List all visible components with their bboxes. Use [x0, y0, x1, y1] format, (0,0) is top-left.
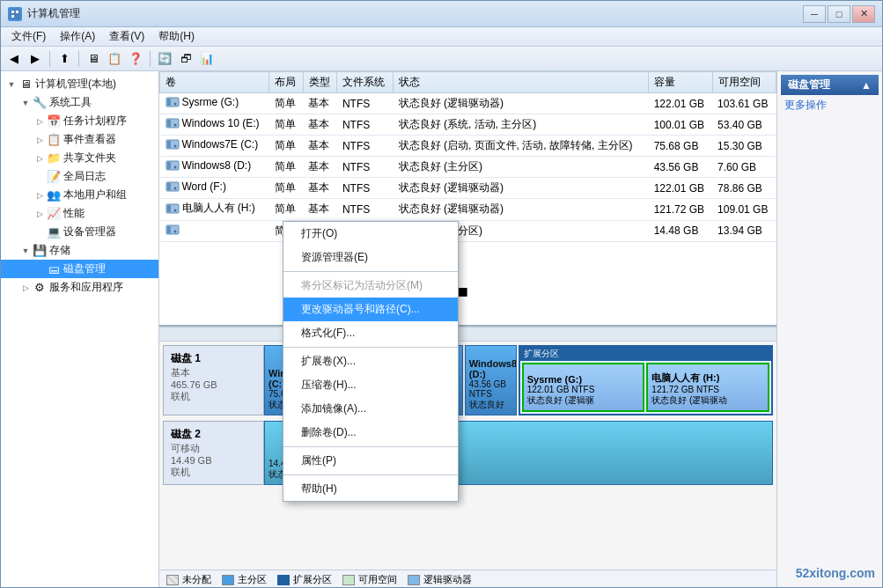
- sidebar-shared-folders[interactable]: ▷ 📁 共享文件夹: [1, 149, 158, 167]
- back-button[interactable]: ◀: [4, 49, 24, 69]
- legend-logical-label: 逻辑驱动器: [423, 573, 472, 586]
- root-toggle[interactable]: ▼: [4, 77, 18, 92]
- ctx-mark-active[interactable]: 将分区标记为活动分区(M): [283, 274, 458, 298]
- col-volume[interactable]: 卷: [160, 72, 269, 93]
- sidebar-services[interactable]: ▷ ⚙ 服务和应用程序: [1, 278, 158, 297]
- system-tools-toggle[interactable]: ▼: [18, 96, 33, 110]
- ctx-help[interactable]: 帮助(H): [283, 477, 458, 501]
- ctx-extend[interactable]: 扩展卷(X)...: [283, 349, 458, 373]
- table-row[interactable]: Windows7E (C:) 简单 基本 NTFS 状态良好 (启动, 页面文件…: [160, 136, 776, 157]
- more-actions-link[interactable]: 更多操作: [781, 95, 879, 115]
- partition-g-name: Sysrme (G:): [527, 374, 640, 385]
- col-capacity[interactable]: 容量: [649, 72, 712, 93]
- sidebar-event-viewer[interactable]: ▷ 📋 事件查看器: [1, 130, 158, 149]
- refresh-button[interactable]: 🔄: [155, 49, 174, 69]
- table-row[interactable]: Windows8 (D:) 简单 基本 NTFS 状态良好 (主分区) 43.5…: [160, 157, 776, 178]
- col-layout[interactable]: 布局: [269, 72, 304, 93]
- partition-h[interactable]: 电脑人人有 (H:) 121.72 GB NTFS 状态良好 (逻辑驱动: [646, 363, 769, 412]
- sidebar-disk-management[interactable]: 🖴 磁盘管理: [1, 260, 158, 278]
- actions-collapse-icon[interactable]: ▲: [861, 79, 872, 92]
- table-row[interactable]: Word (F:) 简单 基本 NTFS 状态良好 (逻辑驱动器) 122.01…: [160, 178, 776, 199]
- svg-point-6: [173, 103, 176, 106]
- col-fs[interactable]: 文件系统: [337, 72, 394, 93]
- minimize-button[interactable]: ─: [803, 5, 826, 23]
- menu-file[interactable]: 文件(F): [4, 27, 53, 46]
- sidebar-local-users[interactable]: ▷ 👥 本地用户和组: [1, 186, 158, 204]
- legend-extended: 扩展分区: [277, 573, 332, 586]
- horizontal-scrollbar[interactable]: [159, 327, 776, 341]
- table-row[interactable]: 电脑人人有 (H:) 简单 基本 NTFS 状态良好 (逻辑驱动器) 121.7…: [160, 199, 776, 221]
- device-icon: 💻: [47, 225, 61, 239]
- menu-action[interactable]: 操作(A): [53, 27, 102, 46]
- export-button[interactable]: 📊: [197, 49, 217, 69]
- show-hide-button[interactable]: 🖥: [84, 49, 103, 69]
- legend-logical: 逻辑驱动器: [408, 573, 472, 586]
- services-toggle[interactable]: ▷: [18, 281, 33, 295]
- disk2-type: 可移动: [171, 442, 256, 455]
- services-icon: ⚙: [33, 281, 47, 295]
- svg-rect-17: [167, 183, 171, 190]
- legend-free: 可用空间: [342, 573, 397, 586]
- folder-icon: 📁: [47, 151, 61, 165]
- ctx-open[interactable]: 打开(O): [283, 222, 458, 246]
- table-row[interactable]: Sysrme (G:) 简单 基本 NTFS 状态良好 (逻辑驱动器) 122.…: [160, 93, 776, 114]
- maximize-button[interactable]: □: [828, 5, 850, 23]
- ctx-explorer[interactable]: 资源管理器(E): [283, 246, 458, 269]
- users-toggle[interactable]: ▷: [33, 188, 47, 202]
- legend: 未分配 主分区 扩展分区 可用空间 逻辑驱动器: [159, 570, 776, 588]
- services-label: 服务和应用程序: [49, 280, 123, 295]
- storage-toggle[interactable]: ▼: [18, 244, 33, 258]
- menu-view[interactable]: 查看(V): [102, 27, 151, 46]
- sidebar-device-manager[interactable]: 💻 设备管理器: [1, 223, 158, 241]
- event-viewer-label: 事件查看器: [63, 132, 116, 147]
- up-button[interactable]: ⬆: [55, 49, 74, 69]
- sidebar-root[interactable]: ▼ 🖥 计算机管理(本地): [1, 75, 158, 93]
- col-status[interactable]: 状态: [394, 72, 649, 93]
- partition-g[interactable]: Sysrme (G:) 122.01 GB NTFS 状态良好 (逻辑驱: [522, 363, 645, 412]
- ctx-change-drive[interactable]: 更改驱动器号和路径(C)...: [283, 298, 458, 321]
- partition-g-status: 状态良好 (逻辑驱: [527, 394, 640, 407]
- partition-d[interactable]: Windows8 (D:) 43.56 GB NTFS 状态良好: [465, 345, 517, 415]
- ctx-delete[interactable]: 删除卷(D)...: [283, 421, 458, 445]
- perf-toggle[interactable]: ▷: [33, 207, 47, 221]
- col-free[interactable]: 可用空间: [712, 72, 776, 93]
- sidebar-global-log[interactable]: 📝 全局日志: [1, 167, 158, 186]
- properties-button[interactable]: 📋: [105, 49, 124, 69]
- disk1-size: 465.76 GB: [171, 379, 256, 390]
- log-toggle[interactable]: [33, 170, 47, 184]
- forward-button[interactable]: ▶: [26, 49, 45, 69]
- help-toolbar-button[interactable]: ❓: [126, 49, 145, 69]
- col-type[interactable]: 类型: [303, 72, 337, 93]
- actions-title: 磁盘管理 ▲: [781, 75, 879, 95]
- disk-table-area: 卷 布局 类型 文件系统 状态 容量 可用空间: [159, 71, 776, 327]
- sidebar-system-tools[interactable]: ▼ 🔧 系统工具: [1, 93, 158, 112]
- performance-icon: 📈: [47, 207, 61, 221]
- ctx-properties[interactable]: 属性(P): [283, 449, 458, 473]
- sidebar-task-scheduler[interactable]: ▷ 📅 任务计划程序: [1, 112, 158, 130]
- svg-rect-20: [167, 205, 171, 212]
- sidebar-storage[interactable]: ▼ 💾 存储: [1, 241, 158, 260]
- table-row[interactable]: Windows 10 (E:) 简单 基本 NTFS 状态良好 (系统, 活动,…: [160, 114, 776, 136]
- ctx-mirror[interactable]: 添加镜像(A)...: [283, 397, 458, 421]
- sidebar-performance[interactable]: ▷ 📈 性能: [1, 204, 158, 223]
- menu-help[interactable]: 帮助(H): [151, 27, 202, 46]
- table-row[interactable]: 简单 基本 FAT32 状态良好 (主分区) 14.48 GB 13.94 GB: [160, 220, 776, 241]
- disk2-name: 磁盘 2: [171, 427, 256, 442]
- close-button[interactable]: ✕: [852, 5, 875, 23]
- device-toggle[interactable]: [33, 225, 47, 239]
- ctx-format[interactable]: 格式化(F)...: [283, 321, 458, 345]
- disk-toggle[interactable]: [33, 262, 47, 276]
- ctx-shrink[interactable]: 压缩卷(H)...: [283, 373, 458, 397]
- task-toggle[interactable]: ▷: [33, 114, 47, 129]
- local-users-label: 本地用户和组: [63, 187, 127, 202]
- new-window-button[interactable]: 🗗: [176, 49, 195, 69]
- computer-icon: 🖥: [18, 77, 33, 92]
- event-toggle[interactable]: ▷: [33, 133, 47, 147]
- svg-rect-11: [167, 141, 171, 148]
- shared-toggle[interactable]: ▷: [33, 151, 47, 165]
- device-manager-label: 设备管理器: [63, 224, 116, 239]
- disk1-type: 基本: [171, 366, 256, 379]
- app-icon: [8, 7, 22, 21]
- legend-free-label: 可用空间: [358, 573, 397, 586]
- svg-point-15: [173, 166, 176, 169]
